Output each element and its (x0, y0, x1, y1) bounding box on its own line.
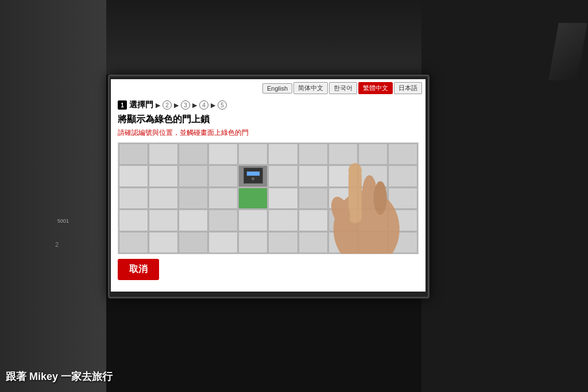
right-area (421, 0, 588, 392)
locker-cell[interactable] (299, 188, 328, 209)
locker-cell[interactable] (208, 188, 238, 209)
locker-cell[interactable] (149, 165, 178, 187)
locker-cell[interactable] (119, 232, 148, 253)
watermark-text: 跟著 Mikey 一家去旅行 (6, 370, 113, 383)
current-step-box: 1 (118, 100, 127, 110)
machine-label: 5001 (57, 218, 69, 224)
locker-cell[interactable] (238, 165, 268, 187)
locker-cell[interactable] (358, 188, 388, 209)
screen-content: English 简体中文 한국어 繁體中文 日本語 1 選擇門 ▶ 2 ▶ 3 … (111, 79, 425, 292)
locker-cell[interactable] (358, 165, 388, 187)
lang-btn-english[interactable]: English (262, 83, 292, 94)
locker-cell[interactable] (268, 209, 297, 231)
locker-cell[interactable] (299, 232, 328, 253)
locker-cell[interactable] (328, 165, 358, 187)
lang-btn-japanese[interactable]: 日本語 (394, 82, 422, 94)
locker-cell[interactable] (208, 232, 238, 253)
language-bar: English 简体中文 한국어 繁體中文 日本語 (111, 79, 425, 96)
step-arrow-4: ▶ (211, 102, 215, 109)
locker-cell[interactable] (299, 165, 328, 187)
step-2: 2 (163, 100, 172, 110)
locker-cell[interactable] (328, 188, 358, 209)
locker-cell[interactable] (328, 143, 358, 165)
locker-cell[interactable] (299, 143, 328, 165)
locker-cell[interactable] (388, 188, 417, 209)
locker-cell[interactable] (299, 209, 328, 231)
locker-grid-container (118, 142, 419, 254)
locker-cell[interactable] (268, 232, 297, 253)
locker-cell[interactable] (119, 188, 148, 209)
locker-cell[interactable] (388, 143, 417, 165)
locker-cell[interactable] (208, 165, 238, 187)
locker-cell[interactable] (208, 209, 238, 231)
locker-cell[interactable] (179, 143, 208, 165)
locker-cell[interactable] (388, 165, 417, 187)
locker-cell[interactable] (179, 165, 208, 187)
locker-cell[interactable] (268, 165, 297, 187)
step-arrow-2: ▶ (174, 102, 179, 109)
current-step-label: 選擇門 (129, 100, 153, 110)
locker-cell[interactable] (149, 143, 178, 165)
cancel-button[interactable]: 取消 (118, 259, 159, 280)
locker-cell[interactable] (208, 143, 238, 165)
locker-cell[interactable] (328, 209, 358, 231)
left-machine (0, 0, 106, 392)
locker-cell[interactable] (119, 209, 148, 231)
step-3: 3 (181, 100, 190, 110)
locker-cell[interactable] (119, 165, 148, 187)
lang-btn-simplified[interactable]: 简体中文 (293, 82, 328, 94)
locker-cell[interactable] (358, 232, 388, 253)
locker-cell[interactable] (179, 232, 208, 253)
lang-btn-traditional[interactable]: 繁體中文 (358, 82, 393, 94)
locker-cell[interactable] (149, 188, 178, 209)
locker-cell[interactable] (238, 232, 268, 253)
locker-cell[interactable] (388, 232, 417, 253)
locker-cell[interactable] (179, 209, 208, 231)
locker-cell[interactable] (268, 188, 297, 209)
locker-cell[interactable] (119, 143, 148, 165)
lang-btn-korean[interactable]: 한국어 (329, 82, 357, 94)
locker-cell[interactable] (238, 188, 268, 209)
step-4: 4 (199, 100, 208, 110)
locker-cell[interactable] (149, 209, 178, 231)
step-indicator: 1 選擇門 ▶ 2 ▶ 3 ▶ 4 ▶ 5 (111, 96, 425, 114)
locker-cell[interactable] (268, 143, 297, 165)
locker-cell[interactable] (358, 209, 388, 231)
step-arrow-3: ▶ (192, 102, 197, 109)
locker-grid (118, 143, 418, 254)
step-arrow-1: ▶ (156, 102, 160, 109)
locker-cell[interactable] (238, 209, 268, 231)
reflection (548, 23, 587, 80)
locker-cell[interactable] (328, 232, 358, 253)
locker-cell[interactable] (149, 232, 178, 253)
machine-number: 2 (55, 241, 59, 248)
locker-cell[interactable] (179, 188, 208, 209)
cancel-btn-area: 取消 (111, 254, 425, 285)
main-title: 將顯示為綠色的門上鎖 (111, 114, 425, 126)
step-5: 5 (218, 100, 227, 110)
locker-cell[interactable] (238, 143, 268, 165)
sub-instruction: 請確認編號與位置，並觸碰畫面上綠色的門 (111, 128, 425, 138)
locker-cell[interactable] (388, 209, 417, 231)
locker-cell[interactable] (358, 143, 388, 165)
